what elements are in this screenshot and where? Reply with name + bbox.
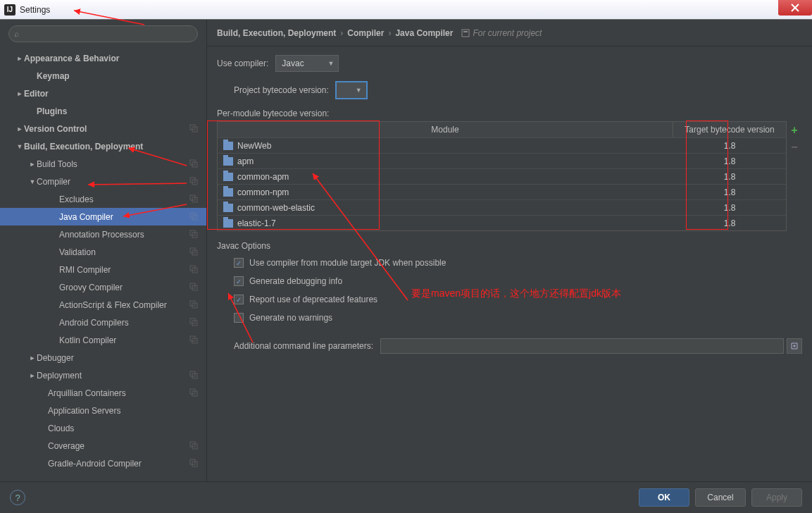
project-badge-icon: [189, 335, 199, 345]
ok-button[interactable]: OK: [639, 488, 689, 507]
project-badge-icon: [189, 212, 199, 222]
project-badge-icon: [189, 300, 199, 310]
col-module: Module: [218, 122, 673, 137]
tree-item-groovy-compiler[interactable]: Groovy Compiler: [0, 278, 206, 296]
tree-item-java-compiler[interactable]: Java Compiler: [0, 208, 206, 225]
checkbox[interactable]: [234, 258, 244, 268]
checkbox[interactable]: [234, 313, 244, 323]
tree-arrow-icon: ►: [15, 90, 24, 97]
checkbox-label: Generate debugging info: [249, 276, 342, 286]
tree-item-build-tools[interactable]: ►Build Tools: [0, 155, 206, 173]
module-icon: [223, 142, 233, 150]
tree-item-version-control[interactable]: ►Version Control: [0, 120, 206, 137]
titlebar: IJ Settings: [0, 0, 812, 20]
project-scope-hint: For current project: [461, 28, 542, 38]
add-module-button[interactable]: +: [791, 124, 797, 137]
project-badge-icon: [189, 159, 199, 169]
expand-params-button[interactable]: [787, 338, 802, 354]
tree-item-excludes[interactable]: Excludes: [0, 190, 206, 208]
app-icon: IJ: [4, 4, 15, 16]
close-button[interactable]: [778, 0, 812, 16]
remove-module-button: −: [791, 141, 797, 154]
module-icon: [223, 157, 233, 166]
module-icon: [223, 219, 233, 228]
col-target: Target bytecode version: [673, 122, 786, 137]
project-badge-icon: [189, 371, 199, 381]
project-badge-icon: [189, 441, 199, 451]
tree-item-actionscript-flex-compiler[interactable]: ActionScript & Flex Compiler: [0, 296, 206, 314]
table-row[interactable]: common-apm1.8: [218, 168, 786, 184]
module-table: Module Target bytecode version NewWeb1.8…: [217, 121, 787, 231]
tree-arrow-icon: ►: [15, 55, 24, 62]
tree-item-android-compilers[interactable]: Android Compilers: [0, 314, 206, 331]
per-module-label: Per-module bytecode version:: [217, 109, 802, 118]
footer: ? OK Cancel Apply: [0, 481, 812, 513]
checkbox-label: Report use of deprecated features: [249, 295, 377, 304]
project-bytecode-label: Project bytecode version:: [234, 85, 329, 95]
table-row[interactable]: elastic-1.71.8: [218, 215, 786, 230]
help-button[interactable]: ?: [10, 490, 25, 505]
tree-item-rmi-compiler[interactable]: RMI Compiler: [0, 261, 206, 278]
param-input[interactable]: [380, 338, 784, 354]
tree-item-deployment[interactable]: ►Deployment: [0, 366, 206, 384]
module-icon: [223, 173, 233, 181]
project-badge-icon: [189, 459, 199, 469]
tree-item-editor[interactable]: ►Editor: [0, 85, 206, 102]
tree-item-appearance-behavior[interactable]: ►Appearance & Behavior: [0, 49, 206, 67]
tree-item-plugins[interactable]: Plugins: [0, 102, 206, 120]
checkbox[interactable]: [234, 295, 244, 304]
tree-item-debugger[interactable]: ►Debugger: [0, 349, 206, 366]
project-badge-icon: [189, 247, 199, 257]
module-icon: [223, 204, 233, 212]
main-panel: Build, Execution, Deployment › Compiler …: [207, 20, 812, 481]
tree-item-keymap[interactable]: Keymap: [0, 67, 206, 85]
tree-item-gradle-android-compiler[interactable]: Gradle-Android Compiler: [0, 455, 206, 472]
checkbox-label: Use compiler from module target JDK when…: [249, 258, 446, 268]
chevron-down-icon: ▼: [356, 87, 362, 94]
project-badge-icon: [189, 318, 199, 328]
checkbox[interactable]: [234, 276, 244, 286]
search-input[interactable]: [8, 25, 198, 42]
apply-button: Apply: [751, 488, 802, 507]
project-badge-icon: [189, 177, 199, 187]
tree-arrow-icon: ►: [28, 372, 37, 379]
project-badge-icon: [189, 194, 199, 204]
tree-item-annotation-processors[interactable]: Annotation Processors: [0, 225, 206, 243]
tree-arrow-icon: ►: [15, 125, 24, 132]
svg-rect-33: [463, 31, 468, 32]
tree-item-kotlin-compiler[interactable]: Kotlin Compiler: [0, 331, 206, 349]
tree-arrow-icon: ►: [28, 161, 37, 168]
table-row[interactable]: common-npm1.8: [218, 184, 786, 199]
tree-item-coverage[interactable]: Coverage: [0, 437, 206, 455]
tree-item-validation[interactable]: Validation: [0, 243, 206, 261]
param-label: Additional command line parameters:: [234, 341, 373, 351]
chevron-down-icon: ▼: [327, 60, 334, 67]
table-row[interactable]: apm1.8: [218, 153, 786, 168]
window-title: Settings: [20, 5, 50, 15]
tree-arrow-icon: ▼: [28, 178, 37, 185]
sidebar: ⌕ ►Appearance & BehaviorKeymap►EditorPlu…: [0, 20, 207, 481]
breadcrumb: Build, Execution, Deployment › Compiler …: [207, 20, 812, 47]
tree-item-clouds[interactable]: Clouds: [0, 419, 206, 437]
tree-item-compiler[interactable]: ▼Compiler: [0, 173, 206, 190]
use-compiler-label: Use compiler:: [217, 58, 268, 68]
table-row[interactable]: common-web-elastic1.8: [218, 199, 786, 215]
tree-item-arquillian-containers[interactable]: Arquillian Containers: [0, 384, 206, 402]
tree-arrow-icon: ▼: [15, 143, 24, 150]
project-badge-icon: [189, 388, 199, 398]
table-row[interactable]: NewWeb1.8: [218, 137, 786, 153]
project-badge-icon: [189, 124, 199, 134]
tree-item-build-execution-deployment[interactable]: ▼Build, Execution, Deployment: [0, 137, 206, 155]
tree-item-application-servers[interactable]: Application Servers: [0, 402, 206, 419]
svg-rect-32: [462, 30, 469, 37]
tree-arrow-icon: ►: [28, 354, 37, 361]
project-bytecode-select[interactable]: ▼: [336, 82, 367, 99]
use-compiler-select[interactable]: Javac ▼: [275, 55, 339, 72]
checkbox-label: Generate no warnings: [249, 313, 332, 323]
project-badge-icon: [189, 230, 199, 240]
cancel-button[interactable]: Cancel: [695, 488, 746, 507]
project-badge-icon: [189, 265, 199, 275]
javac-options-label: Javac Options: [217, 241, 802, 251]
settings-tree: ►Appearance & BehaviorKeymap►EditorPlugi…: [0, 45, 206, 481]
module-icon: [223, 188, 233, 197]
